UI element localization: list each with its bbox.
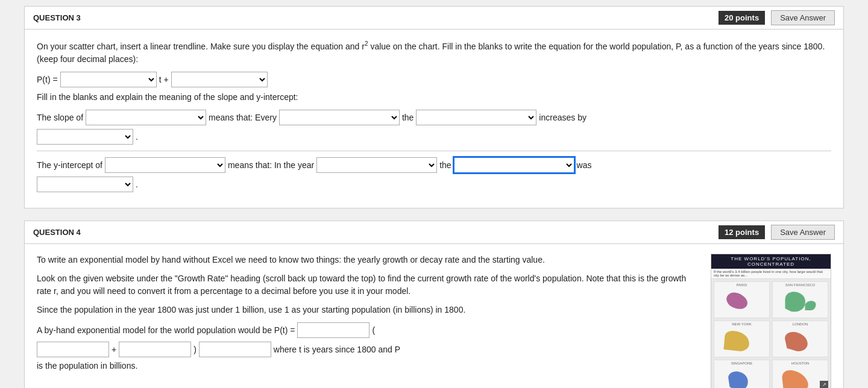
yintercept-period: .	[136, 180, 138, 189]
where-label: where t is years since 1800 and P	[274, 345, 400, 354]
slope-row-2: .	[37, 129, 831, 145]
map-london: LONDON	[772, 321, 828, 357]
q4-text-area: To write an exponential model by hand wi…	[37, 254, 701, 388]
world-pop-image-panel: THE WORLD'S POPULATION, CONCENTRATED If …	[711, 254, 831, 388]
question-4-title: QUESTION 4	[33, 228, 81, 237]
slope-value-dropdown[interactable]	[86, 110, 206, 125]
q4-content-wrapper: To write an exponential model by hand wi…	[37, 254, 831, 388]
maps-grid: PARIS SAN FRANCISCO	[711, 279, 831, 388]
byhand-base-input[interactable]	[297, 322, 370, 338]
world-pop-header: THE WORLD'S POPULATION, CONCENTRATED	[711, 254, 831, 269]
sf-map-svg	[774, 287, 826, 314]
singapore-map-svg	[715, 366, 768, 388]
slope-every-dropdown[interactable]	[279, 110, 400, 125]
question-4-header: QUESTION 4 12 points Save Answer	[25, 221, 843, 244]
question-4-save-button[interactable]: Save Answer	[771, 225, 835, 240]
yintercept-row-2: .	[37, 177, 831, 192]
world-pop-subtext: If the world's 3.4 billion people lived …	[711, 269, 831, 279]
byhand-row-1: A by-hand exponential model for the worl…	[37, 322, 701, 338]
pt-label: P(t) =	[37, 75, 58, 84]
pt-t-plus: t +	[159, 75, 169, 84]
question-3-body: On your scatter chart, insert a linear t…	[25, 30, 843, 208]
question-4-points: 12 points	[719, 225, 765, 239]
world-pop-image: THE WORLD'S POPULATION, CONCENTRATED If …	[711, 254, 831, 388]
slope-row-1: The slope of means that: Every the incre…	[37, 110, 831, 125]
ny-map-svg	[715, 327, 768, 354]
q4-para1: To write an exponential model by hand wi…	[37, 254, 701, 266]
increases-by-label: increases by	[539, 113, 587, 122]
external-link-icon[interactable]: ↗	[820, 381, 828, 388]
pt-equation-row: P(t) = t +	[37, 72, 831, 87]
byhand-row-2: + ) where t is years since 1800 and P	[37, 342, 701, 357]
slope-yintercept-divider	[37, 151, 831, 151]
yintercept-the-label: the	[439, 160, 451, 170]
question-3-save-button[interactable]: Save Answer	[771, 10, 835, 25]
pt-intercept-dropdown[interactable]	[171, 72, 268, 87]
means-in-year-label: means that: In the year	[228, 160, 314, 170]
paris-map-svg	[715, 287, 768, 314]
question-3-title: QUESTION 3	[33, 13, 81, 22]
plus-label: +	[112, 345, 116, 354]
question-3-description: On your scatter chart, insert a linear t…	[37, 39, 831, 66]
pt-slope-dropdown[interactable]	[60, 72, 157, 87]
question-4-header-right: 12 points Save Answer	[719, 225, 835, 240]
yintercept-value-dropdown[interactable]	[105, 157, 225, 173]
question-4-block: QUESTION 4 12 points Save Answer To writ…	[24, 221, 844, 388]
byhand-b-input[interactable]	[119, 342, 191, 357]
question-3-header-right: 20 points Save Answer	[719, 10, 835, 25]
yintercept-row-1: The y-intercept of means that: In the ye…	[37, 157, 831, 173]
byhand-label: A by-hand exponential model for the worl…	[37, 325, 295, 335]
q4-para2: Look on the given website under the "Gro…	[37, 272, 701, 298]
close-paren: )	[193, 345, 197, 354]
fill-blanks-label: Fill in the blanks and explain the meani…	[37, 91, 831, 104]
question-3-block: QUESTION 3 20 points Save Answer On your…	[24, 6, 844, 208]
q4-para3: Since the population in the year 1800 wa…	[37, 304, 701, 316]
map-san-francisco: SAN FRANCISCO	[772, 281, 828, 318]
yintercept-year-dropdown[interactable]	[316, 157, 437, 173]
slope-the-label: the	[402, 113, 414, 122]
byhand-exp-input[interactable]	[199, 342, 271, 357]
was-label: was	[577, 160, 592, 170]
yintercept-amount-dropdown[interactable]	[37, 177, 133, 192]
map-paris: PARIS	[714, 281, 770, 318]
byhand-row-3: is the population in billions.	[37, 361, 701, 371]
map-singapore: SINGAPORE	[714, 360, 770, 388]
is-label: is the population in billions.	[37, 361, 137, 371]
slope-label: The slope of	[37, 113, 83, 122]
open-paren: (	[372, 325, 375, 335]
houston-map-svg	[774, 366, 826, 388]
slope-amount-dropdown[interactable]	[37, 129, 133, 145]
map-new-york: NEW YORK	[714, 321, 770, 357]
london-map-svg	[774, 327, 826, 354]
slope-the-dropdown[interactable]	[416, 110, 536, 125]
slope-period: .	[136, 132, 138, 142]
means-every-label: means that: Every	[209, 113, 277, 122]
question-3-points: 20 points	[719, 11, 765, 25]
byhand-a-input[interactable]	[37, 342, 109, 357]
question-3-header: QUESTION 3 20 points Save Answer	[25, 7, 843, 30]
yintercept-the-dropdown[interactable]	[454, 157, 574, 173]
yintercept-label: The y-intercept of	[37, 160, 102, 170]
question-4-body: To write an exponential model by hand wi…	[25, 244, 843, 388]
